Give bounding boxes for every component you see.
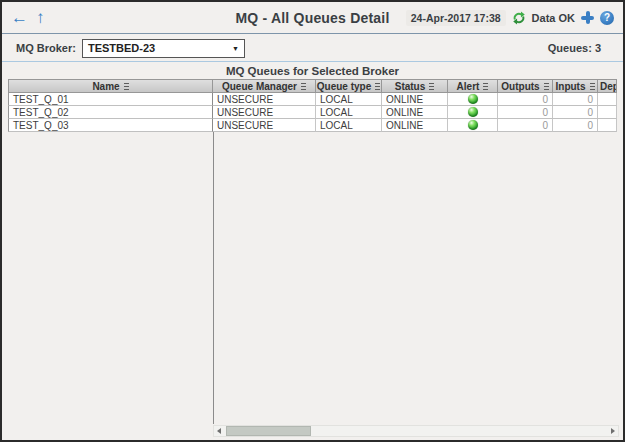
sort-icon [301,83,306,90]
column-header-label: Inputs [556,81,586,92]
cell-queue-type: LOCAL [316,106,382,119]
cell-name: TEST_Q_01 [8,93,213,106]
cell-inputs: 0 [553,106,598,119]
column-header-label: Queue Manager [222,81,297,92]
sort-icon [429,83,434,90]
sort-icon [590,83,595,90]
column-header-label: Dep [600,81,617,92]
toolbar: ← ↑ MQ - All Queues Detail 24-Apr-2017 1… [2,2,623,34]
sort-icon [483,83,488,90]
alert-ok-icon [468,120,478,130]
toolbar-right-cluster: 24-Apr-2017 17:38 Data OK ? [406,10,614,26]
column-header-label: Status [395,81,426,92]
queues-count: Queues: 3 [548,42,601,54]
scrollbar-track[interactable] [224,426,608,436]
cell-alert [448,106,498,119]
refresh-icon[interactable] [512,11,526,25]
broker-select[interactable]: TESTBED-23 ▼ [82,39,245,58]
scroll-right-arrow[interactable] [608,426,618,436]
table-row[interactable]: TEST_Q_01 UNSECURE LOCAL ONLINE 0 0 [8,93,617,106]
cell-outputs: 0 [498,119,553,132]
add-view-icon[interactable] [581,11,594,24]
sort-icon [124,83,129,90]
alert-ok-icon [468,94,478,104]
back-arrow-icon[interactable]: ← [11,9,28,26]
cell-name: TEST_Q_02 [8,106,213,119]
scroll-left-arrow[interactable] [214,426,224,436]
grid-header-row: Name Queue Manager Queue type Status Ale… [8,79,617,93]
triangle-left-icon [217,428,221,434]
column-header-label: Alert [457,81,480,92]
column-header-inputs[interactable]: Inputs [553,79,598,93]
column-header-depth[interactable]: Dep [598,79,617,93]
sort-icon [375,83,380,90]
cell-queue-manager: UNSECURE [213,93,316,106]
horizontal-scrollbar[interactable] [213,425,619,437]
table-row[interactable]: TEST_Q_02 UNSECURE LOCAL ONLINE 0 0 [8,106,617,119]
nav-icons: ← ↑ [11,9,45,26]
cell-outputs: 0 [498,93,553,106]
app-window: ← ↑ MQ - All Queues Detail 24-Apr-2017 1… [0,0,625,442]
cell-status: ONLINE [382,93,448,106]
column-header-name[interactable]: Name [8,79,213,93]
cell-queue-type: LOCAL [316,93,382,106]
column-header-status[interactable]: Status [382,79,448,93]
frozen-column-divider [213,132,214,424]
column-header-label: Outputs [501,81,539,92]
cell-queue-manager: UNSECURE [213,106,316,119]
cell-status: ONLINE [382,119,448,132]
column-header-label: Name [92,81,119,92]
cell-status: ONLINE [382,106,448,119]
column-header-queue-manager[interactable]: Queue Manager [213,79,316,93]
cell-depth [598,119,617,132]
timestamp: 24-Apr-2017 17:38 [406,10,506,26]
sort-icon [544,83,549,90]
page-title: MQ - All Queues Detail [235,10,389,26]
queues-grid: Name Queue Manager Queue type Status Ale… [8,79,617,132]
help-icon[interactable]: ? [600,11,614,25]
broker-bar: MQ Broker: TESTBED-23 ▼ Queues: 3 [2,35,623,62]
cell-inputs: 0 [553,93,598,106]
cell-queue-manager: UNSECURE [213,119,316,132]
column-header-queue-type[interactable]: Queue type [316,79,382,93]
content-area: MQ Queues for Selected Broker Name Queue… [2,63,623,440]
column-header-outputs[interactable]: Outputs [498,79,553,93]
scrollbar-thumb[interactable] [226,426,311,436]
cell-depth [598,93,617,106]
column-header-label: Queue type [317,81,371,92]
cell-outputs: 0 [498,106,553,119]
cell-alert [448,93,498,106]
broker-select-value: TESTBED-23 [88,42,232,54]
cell-alert [448,119,498,132]
cell-depth [598,106,617,119]
cell-name: TEST_Q_03 [8,119,213,132]
column-header-alert[interactable]: Alert [448,79,498,93]
cell-inputs: 0 [553,119,598,132]
chevron-down-icon: ▼ [232,45,239,52]
table-title: MQ Queues for Selected Broker [2,65,623,77]
data-status-label: Data OK [532,12,575,24]
up-arrow-icon[interactable]: ↑ [36,9,45,26]
table-row[interactable]: TEST_Q_03 UNSECURE LOCAL ONLINE 0 0 [8,119,617,132]
triangle-right-icon [611,428,615,434]
broker-label: MQ Broker: [16,42,76,54]
cell-queue-type: LOCAL [316,119,382,132]
alert-ok-icon [468,107,478,117]
